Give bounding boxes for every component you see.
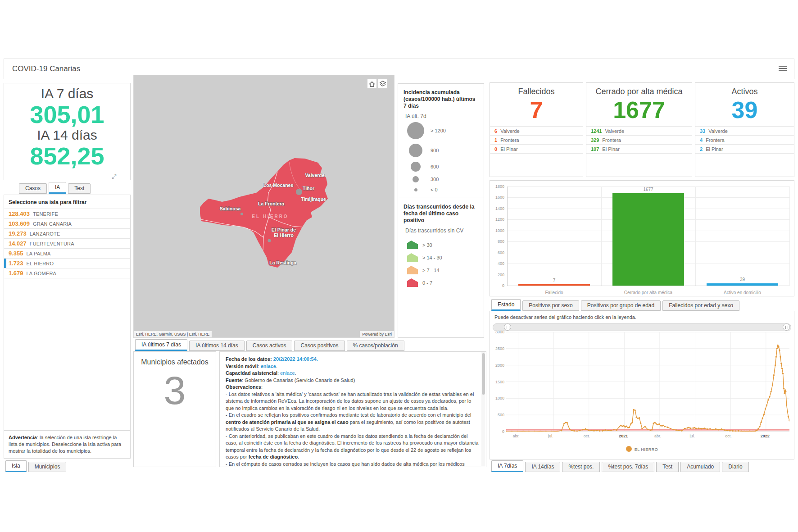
bar-y-tick-label: 400: [491, 261, 504, 266]
info-link[interactable]: 20/2/2022 14:00:54.: [273, 356, 318, 362]
bar-y-tick-label: 600: [491, 250, 504, 255]
data-point: [557, 431, 558, 432]
map-tab-casos-poblaci-n[interactable]: % casos/población: [347, 341, 404, 351]
island-value: 1.723: [9, 260, 23, 267]
island-row-fuerteventura[interactable]: 14.027FUERTEVENTURA: [4, 239, 130, 249]
map-tab-ia-ltimos-7-d-as[interactable]: IA últimos 7 días: [135, 339, 187, 351]
scrollbar-thumb[interactable]: [482, 353, 485, 395]
info-text-segment: fecha de diagnóstico: [249, 454, 298, 459]
island-row-la-gomera[interactable]: 1.679LA GOMERA: [4, 268, 130, 278]
legend-subtitle-ia: IA últ. 7d: [398, 111, 484, 122]
series-legend-item[interactable]: EL HIERRO: [490, 445, 794, 453]
powered-by-esri: Powered by Esri: [360, 331, 394, 337]
line-x-tick-label: 2021: [619, 434, 634, 438]
bar-y-tick-label: 1800: [491, 184, 504, 189]
data-point: [639, 417, 640, 418]
map-layers-button[interactable]: [378, 79, 388, 89]
time-range-slider[interactable]: [493, 323, 791, 331]
info-paragraph: Capacidad asistencial: enlace.: [226, 370, 480, 377]
line-x-tick-label: jul.: [690, 434, 705, 438]
kpi-row-place: Valverde: [605, 128, 624, 134]
info-text-segment: Fecha de los datos: [226, 356, 270, 362]
island-row-lanzarote[interactable]: 19.273LANZAROTE: [4, 229, 130, 239]
data-point: [623, 425, 624, 426]
tab-positivos-por-grupo-de-edad[interactable]: Positivos por grupo de edad: [581, 300, 661, 311]
info-link[interactable]: enlace: [261, 364, 276, 369]
data-point: [650, 429, 651, 431]
legend-circle-label: 600: [431, 164, 439, 169]
map-tab-ia-ltimos-14-d-as[interactable]: IA últimos 14 días: [189, 341, 245, 351]
bar-y-tick-label: 1000: [491, 228, 504, 233]
map-canvas[interactable]: ValverdeLos MocanesTiñorTimijiraqueLa Fr…: [134, 75, 394, 337]
data-point: [528, 431, 530, 432]
kpi-card-rows: 33Valverde4Frontera2El Pinar: [695, 126, 794, 154]
legend-chip-item: > 14 - 30: [407, 253, 484, 262]
data-point: [670, 428, 671, 429]
menu-icon[interactable]: [779, 66, 787, 72]
tab-positivos-por-sexo[interactable]: Positivos por sexo: [522, 300, 579, 311]
island-row-gran-canaria[interactable]: 103.609GRAN CANARIA: [4, 219, 130, 229]
data-point: [593, 430, 594, 432]
map-label-el-hierro: El Hierro: [274, 232, 294, 238]
island-name: LANZAROTE: [30, 231, 60, 236]
chart-tab-ia-14d-as[interactable]: IA 14días: [525, 462, 560, 472]
map-home-button[interactable]: [367, 79, 377, 89]
slider-handle-right[interactable]: [783, 323, 790, 331]
island-value: 128.403: [9, 210, 30, 217]
data-point: [651, 429, 653, 430]
chart-tab-acumulado[interactable]: Acumulado: [680, 462, 720, 472]
tab-fallecidos-por-edad-y-sexo[interactable]: Fallecidos por edad y sexo: [662, 300, 739, 311]
info-text-segment: Versión móvil: [226, 364, 258, 369]
tab-municipios[interactable]: Municipios: [28, 462, 67, 472]
data-point: [773, 374, 775, 376]
data-point: [715, 428, 716, 430]
chart-tab-test-pos-7d-as[interactable]: %test pos. 7días: [602, 462, 654, 472]
data-point: [641, 428, 643, 429]
map-tab-casos-activos[interactable]: Casos activos: [246, 341, 293, 351]
kpi-row-frontera: 1Frontera: [490, 135, 583, 144]
data-point: [781, 368, 783, 369]
map-panel[interactable]: ValverdeLos MocanesTiñorTimijiraqueLa Fr…: [133, 75, 394, 338]
info-link[interactable]: enlace: [280, 370, 295, 376]
chart-tab-diario[interactable]: Diario: [722, 462, 748, 472]
bar-activo-en-domicilio[interactable]: [707, 283, 778, 286]
bar-fallecido[interactable]: [518, 284, 590, 286]
line-y-tick-label: 2500: [491, 346, 504, 351]
data-point: [785, 391, 786, 392]
map-tab-casos-positivos[interactable]: Casos positivos: [294, 341, 345, 351]
series-line-el-hierro[interactable]: [506, 346, 789, 432]
data-point: [604, 429, 606, 431]
ia14-value: 852,25: [4, 143, 130, 169]
tab-casos[interactable]: Casos: [19, 183, 47, 194]
info-text-segment: : Gobierno de Canarias (Servicio Canario…: [242, 377, 355, 383]
tab-isla[interactable]: Isla: [5, 460, 27, 472]
data-point: [746, 431, 748, 432]
slider-handle-left[interactable]: [504, 323, 511, 331]
kpi-row-valverde: 33Valverde: [695, 126, 794, 135]
data-point: [772, 384, 773, 386]
warning-text: Advertencia: la selección de una isla re…: [4, 430, 130, 458]
chart-tab-test-pos[interactable]: %test pos.: [562, 462, 600, 472]
info-paragraph: Fuente: Gobierno de Canarias (Servicio C…: [226, 377, 480, 384]
data-point: [694, 427, 695, 428]
bar-cerrado-por-alta-m-dica[interactable]: [612, 193, 684, 286]
data-point: [701, 428, 702, 429]
tab-ia[interactable]: IA: [49, 182, 66, 194]
kpi-row-number: 2: [700, 146, 703, 152]
island-row-tenerife[interactable]: 128.403TENERIFE: [4, 209, 130, 219]
data-point: [672, 429, 674, 430]
data-point: [709, 428, 711, 429]
kpi-card-rows: 6Valverde1Frontera0El Pinar: [490, 126, 583, 154]
island-row-el-hierro[interactable]: 1.723EL HIERRO: [4, 259, 130, 268]
map-label-el-pinar-de: El Pinar de: [272, 227, 296, 232]
page-title: COVID-19 Canarias: [12, 64, 80, 73]
tab-estado[interactable]: Estado: [491, 299, 521, 311]
tab-test[interactable]: Test: [68, 183, 91, 194]
info-scrollbar[interactable]: [481, 352, 485, 466]
island-row-la-palma[interactable]: 9.355LA PALMA: [4, 249, 130, 259]
expand-icon[interactable]: ⤢: [112, 173, 116, 180]
chart-tab-ia-7d-as[interactable]: IA 7días: [491, 460, 523, 472]
town-dot: [240, 213, 243, 215]
data-point: [637, 418, 639, 419]
chart-tab-test[interactable]: Test: [656, 462, 679, 472]
